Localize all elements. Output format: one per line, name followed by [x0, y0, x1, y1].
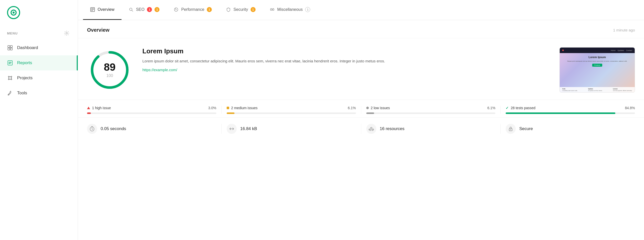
security-tab-icon: [226, 7, 231, 12]
preview-footer-license-desc: One time payment, lifetime ownership.: [613, 90, 632, 91]
projects-icon: [7, 75, 13, 81]
sidebar-item-dashboard[interactable]: Dashboard: [0, 40, 78, 55]
issue-low-top: 2 low issues 6.1%: [366, 106, 496, 110]
issue-passed-top: ✓ 28 tests passed 84.8%: [506, 106, 635, 110]
misc-tab-icon: [270, 7, 275, 12]
tab-security-label: Security: [233, 7, 248, 12]
tab-performance-label: Performance: [181, 7, 204, 12]
stat-size: 16.84 kB: [227, 124, 361, 134]
tab-seo[interactable]: SEO 1 1: [122, 0, 167, 20]
issue-medium-top: 2 medium issues 6.1%: [227, 106, 356, 110]
svg-point-11: [8, 79, 9, 80]
preview-footer-updates-label: Updates: [588, 88, 602, 90]
performance-tab-icon: [174, 7, 179, 12]
site-name: Lorem Ipsum: [142, 47, 549, 55]
issue-low-bar-bg: [366, 112, 496, 114]
stat-resources: 16 resources: [366, 124, 501, 134]
issue-high: 1 high issue 3.0%: [87, 106, 222, 114]
sidebar-item-reports[interactable]: Reports: [0, 55, 78, 70]
svg-point-12: [11, 79, 12, 80]
sidebar-item-reports-label: Reports: [17, 60, 32, 65]
overview-timestamp: 1 minute ago: [613, 28, 635, 32]
tab-overview-label: Overview: [98, 7, 114, 12]
issue-medium-pct: 6.1%: [348, 106, 356, 110]
issues-row: 1 high issue 3.0% 2 medium issues 6.1%: [78, 100, 644, 118]
score-circle: 89 100: [87, 47, 132, 93]
preview-footer-code-label: Code: [562, 88, 578, 90]
score-total: 100: [104, 73, 116, 78]
svg-point-22: [371, 127, 372, 129]
issue-low-label: 2 low issues: [366, 106, 390, 110]
tab-seo-label: SEO: [136, 7, 145, 12]
svg-rect-5: [10, 46, 12, 48]
site-preview: HomeUpdatesContact Lorem Ipsum Neque por…: [559, 47, 635, 93]
issue-passed-label: ✓ 28 tests passed: [506, 106, 535, 110]
preview-headline: Lorem Ipsum: [588, 56, 606, 59]
preview-subtext: Neque porro quisquam est qui dolore ipsu…: [567, 60, 627, 62]
stat-time-icon: [87, 124, 97, 134]
misc-badge: 1: [305, 7, 310, 12]
issue-medium-bar-fill: [227, 112, 234, 114]
stat-size-value: 16.84 kB: [240, 126, 257, 131]
svg-rect-4: [8, 46, 10, 48]
tab-security[interactable]: Security 1: [219, 0, 263, 20]
passed-icon: ✓: [506, 106, 509, 110]
stat-security-icon: [506, 124, 516, 134]
sidebar: MENU Dashboard: [0, 0, 78, 240]
tab-miscellaneous[interactable]: Miscellaneous 1: [263, 0, 317, 20]
svg-point-24: [372, 129, 374, 130]
issue-medium-text: 2 medium issues: [231, 106, 258, 110]
stat-resources-icon: [366, 124, 376, 134]
svg-point-26: [510, 129, 511, 130]
issue-low-text: 2 low issues: [371, 106, 390, 110]
menu-settings-icon[interactable]: [63, 29, 71, 37]
site-url[interactable]: https://example.com/: [142, 68, 177, 72]
sidebar-item-tools[interactable]: Tools: [0, 86, 78, 101]
issue-high-label: 1 high issue: [87, 106, 111, 110]
stat-resources-value: 16 resources: [380, 126, 405, 131]
issue-high-top: 1 high issue 3.0%: [87, 106, 216, 110]
issue-passed-pct: 84.8%: [625, 106, 635, 110]
svg-point-2: [13, 12, 15, 14]
issue-passed-text: 28 tests passed: [511, 106, 535, 110]
seo-badge-yellow: 1: [154, 7, 159, 12]
stat-security: Secure: [506, 124, 635, 134]
tab-overview[interactable]: Overview: [83, 0, 122, 20]
preview-footer-updates-desc: All updates are free, forever.: [588, 90, 602, 91]
preview-footer-code-desc: Completely open source code.: [562, 90, 578, 91]
svg-rect-6: [8, 48, 10, 50]
performance-badge: 1: [207, 7, 212, 12]
svg-point-3: [66, 32, 67, 34]
preview-body: Lorem Ipsum Neque porro quisquam est qui…: [560, 53, 635, 69]
overview-title: Overview: [87, 27, 109, 33]
overview-header: Overview 1 minute ago: [78, 20, 644, 38]
low-issue-icon: [366, 107, 369, 109]
dashboard-icon: [7, 45, 13, 51]
tabs-bar: Overview SEO 1 1 Performanc: [78, 0, 644, 20]
issue-low-pct: 6.1%: [487, 106, 495, 110]
svg-rect-17: [270, 9, 272, 10]
logo-area: [0, 0, 78, 25]
svg-point-23: [369, 129, 370, 130]
stat-time-value: 0.05 seconds: [101, 126, 126, 131]
menu-label: MENU: [7, 31, 18, 35]
sidebar-item-dashboard-label: Dashboard: [17, 45, 38, 50]
issue-passed: ✓ 28 tests passed 84.8%: [506, 106, 635, 114]
medium-issue-icon: [227, 107, 229, 109]
reports-icon: [7, 60, 13, 66]
sidebar-item-projects[interactable]: Projects: [0, 70, 78, 86]
issue-high-bar-fill: [87, 112, 91, 114]
seo-badge-red: 1: [147, 7, 152, 12]
app-logo: [7, 6, 20, 19]
site-info: Lorem Ipsum Lorem ipsum dolor sit amet, …: [142, 47, 549, 72]
stat-security-value: Secure: [519, 126, 533, 131]
issue-medium-bar-bg: [227, 112, 356, 114]
score-text: 89 100: [104, 62, 116, 78]
tab-performance[interactable]: Performance 1: [167, 0, 219, 20]
stats-row: 0.05 seconds 16.84 kB: [78, 118, 644, 140]
stat-size-icon: [227, 124, 237, 134]
issue-medium-label: 2 medium issues: [227, 106, 258, 110]
main-content: Overview SEO 1 1 Performanc: [78, 0, 644, 240]
issue-low: 2 low issues 6.1%: [366, 106, 501, 114]
issue-high-pct: 3.0%: [208, 106, 216, 110]
